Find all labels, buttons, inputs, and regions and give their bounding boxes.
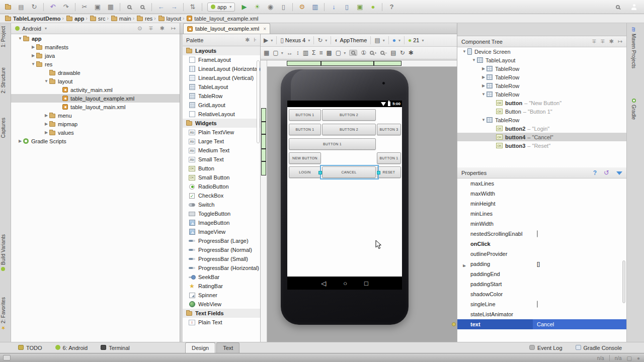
theme-control[interactable]: ◐AppTheme [335, 37, 367, 44]
editor-mode-tab-text[interactable]: Text [216, 342, 239, 353]
mock-button[interactable]: BUTTON 2 [322, 109, 376, 121]
palette-item[interactable]: WebView [183, 300, 260, 309]
mock-button[interactable]: LOGIN [289, 166, 321, 178]
hide-panel-icon[interactable]: ↦ [171, 25, 176, 32]
tree-toggle-icon[interactable]: ▶ [30, 45, 36, 49]
preview-settings-gear-button[interactable]: ✱ [409, 49, 414, 56]
open-project-icon[interactable] [4, 3, 12, 12]
mock-button[interactable]: BUTTON 3 [377, 124, 401, 135]
device-control[interactable]: ▯Nexus 4▾ [280, 37, 310, 44]
shrink-columns-button[interactable]: Σ [312, 49, 315, 56]
project-structure-icon[interactable]: ⚙ [298, 3, 306, 12]
editor-tab[interactable]: table_layout_example.xml × [183, 23, 270, 34]
palette-item[interactable]: SeekBar [183, 273, 260, 282]
project-tree-item[interactable]: ▶menu [11, 111, 180, 120]
tree-toggle-icon[interactable]: ▼ [480, 118, 487, 122]
gear-icon[interactable]: ✱ [245, 37, 250, 43]
palette-item[interactable]: OKButton [183, 164, 260, 173]
component-tree-item[interactable]: ▼TableRow [457, 116, 626, 124]
coverage-icon[interactable]: ◉ [266, 3, 274, 12]
tool-stripe-button[interactable]: ★2: Favorites [1, 297, 6, 331]
palette-item[interactable]: Spinner [183, 291, 260, 300]
preview-size-button[interactable]: ▢▾ [273, 49, 283, 56]
project-tree-item[interactable]: ▶manifests [11, 43, 180, 51]
synchronize-icon[interactable]: ↻ [30, 3, 38, 12]
expand-icon[interactable]: ▶ [463, 263, 466, 267]
palette-item[interactable]: AbLarge Text [183, 137, 260, 146]
mock-button[interactable]: BUTTON 1 [289, 124, 321, 135]
component-tree-item[interactable]: ▶TableRow [457, 64, 626, 73]
stretch-columns-button[interactable]: ≡ [319, 49, 323, 56]
tool-stripe-button[interactable]: Captures [1, 118, 6, 138]
device-screen[interactable]: 5:00 BUTTON 1BUTTON 2BUTTON 1BUTTON 2BUT… [287, 101, 402, 290]
project-tree-item[interactable]: ▶java [11, 51, 180, 60]
tree-toggle-icon[interactable]: ▼ [17, 36, 23, 41]
mock-button[interactable]: BUTTON 1 [289, 109, 321, 121]
component-tree-item[interactable]: OKbutton3– "Reset" [457, 141, 626, 150]
property-row[interactable]: nestedScrollingEnabl [457, 229, 626, 239]
tool-stripe-button[interactable]: 2: Structure [1, 67, 6, 94]
avd-manager-icon[interactable]: ▯ [343, 3, 351, 12]
breadcrumb-item[interactable]: TableLayoutDemo [5, 16, 61, 22]
search-everywhere-icon[interactable] [614, 3, 622, 12]
palette-item[interactable]: LinearLayout (Vertical) [183, 73, 260, 82]
inspection-profile-icon[interactable]: ● [637, 355, 640, 361]
property-value[interactable]: [] [537, 261, 540, 267]
pin-icon[interactable]: ⊦ [254, 37, 257, 43]
component-tree-item[interactable]: ▶TableRow [457, 73, 626, 81]
tree-toggle-icon[interactable]: ▶ [43, 113, 49, 118]
collapse-all-icon[interactable]: ∓ [600, 38, 605, 45]
palette-category[interactable]: Widgets [183, 119, 260, 128]
user-icon[interactable] [630, 3, 638, 12]
tool-stripe-button[interactable]: Build Variants [1, 234, 6, 271]
tree-toggle-icon[interactable]: ▼ [471, 58, 477, 62]
palette-item[interactable]: LinearLayout (Horizontal) [183, 64, 260, 73]
property-row[interactable]: maxWidth [457, 189, 626, 199]
preview-xml-button[interactable]: ▤ [390, 49, 396, 56]
back-icon[interactable]: ← [157, 3, 165, 12]
undo-icon[interactable]: ↶ [49, 3, 57, 12]
property-row[interactable]: paddingEnd [457, 269, 626, 279]
toolwindow-button[interactable]: TODO [18, 345, 42, 351]
tool-stripe-button[interactable]: mMaven Projects [631, 27, 636, 68]
breadcrumb-item[interactable]: app [66, 16, 85, 22]
breadcrumb-item[interactable]: main [111, 16, 131, 22]
component-tree-item[interactable]: OKButton– "Button 1" [457, 107, 626, 116]
mock-button[interactable]: RESET [377, 166, 401, 178]
redo-icon[interactable]: ↷ [62, 3, 70, 12]
locale-control[interactable]: ●▾ [392, 37, 400, 44]
palette-item[interactable]: ★RatingBar [183, 282, 260, 291]
android-monitor-icon[interactable]: ● [369, 3, 377, 12]
orientation-control[interactable]: ↻▾ [317, 37, 327, 44]
tree-toggle-icon[interactable]: ▶ [480, 75, 487, 79]
component-tree-item[interactable]: ▶TableRow [457, 81, 626, 90]
property-row[interactable]: textCancel [457, 319, 626, 329]
project-tree-item[interactable]: ▶Gradle Scripts [11, 137, 180, 145]
tree-toggle-icon[interactable]: ▼ [480, 92, 487, 97]
palette-item[interactable]: ProgressBar (Small) [183, 254, 260, 263]
unlock-icon[interactable]: ▢ [627, 355, 632, 361]
run-icon[interactable]: ▶ [240, 3, 248, 12]
tool-stripe-button[interactable]: 1: Project [1, 26, 6, 47]
toolwindow-button[interactable]: Gradle Console [576, 345, 622, 351]
palette-item[interactable]: ImageButton [183, 218, 260, 227]
breadcrumb-item[interactable]: layout [158, 16, 181, 22]
component-tree-item[interactable]: OKbutton2– "Login" [457, 124, 626, 133]
property-row[interactable]: maxLines [457, 178, 626, 189]
tree-toggle-icon[interactable]: ▼ [43, 79, 49, 83]
palette-item[interactable]: ToggleButton [183, 209, 260, 218]
palette-item[interactable]: FrameLayout [183, 55, 260, 64]
palette-item[interactable]: RadioButton [183, 182, 260, 191]
toolwindow-button[interactable]: Event Log [529, 345, 562, 351]
save-all-icon[interactable]: ▤ [17, 3, 25, 12]
palette-item[interactable]: IPlain Text [183, 318, 260, 327]
run-configuration-select[interactable]: app▾ [207, 3, 235, 12]
component-tree-item[interactable]: ▼TableRow [457, 90, 626, 99]
mock-button[interactable]: BUTTON 2 [322, 124, 376, 135]
mock-button[interactable]: NEW BUTTON [289, 152, 321, 164]
property-row[interactable]: singleLine [457, 299, 626, 309]
sdk-manager-icon[interactable]: ▣ [356, 3, 364, 12]
help-icon[interactable]: ? [593, 169, 597, 176]
match-parent-width-button[interactable]: ↔ [287, 49, 293, 56]
project-tree-item[interactable]: activity_main.xml [11, 85, 180, 94]
